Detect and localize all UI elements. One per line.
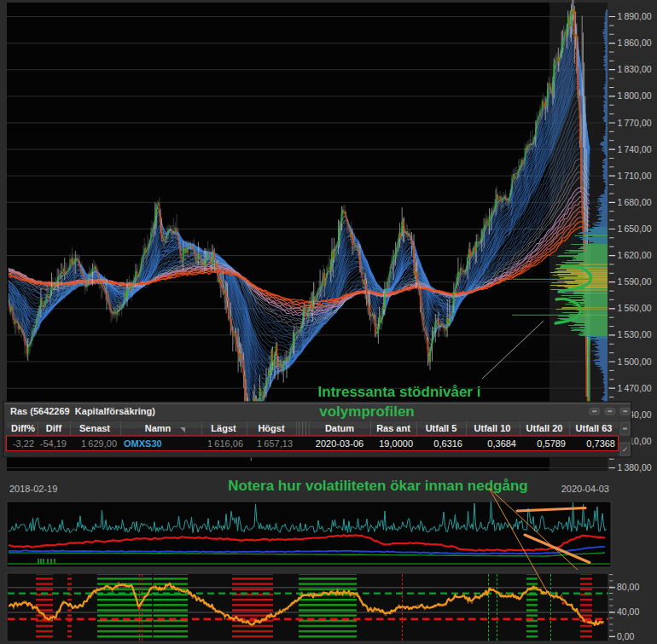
svg-text:Diff%: Diff% — [11, 423, 35, 433]
svg-text:-3,22: -3,22 — [13, 438, 34, 449]
svg-text:Högst: Högst — [258, 423, 285, 433]
svg-text:0,00: 0,00 — [617, 631, 635, 641]
svg-text:1 470,00: 1 470,00 — [618, 383, 652, 393]
svg-text:1 860,00: 1 860,00 — [618, 38, 652, 48]
svg-text:Namn: Namn — [145, 423, 172, 433]
svg-text:Utfall 5: Utfall 5 — [426, 423, 457, 433]
svg-text:2020-03-06: 2020-03-06 — [316, 438, 363, 449]
svg-text:Utfall 10: Utfall 10 — [474, 423, 511, 433]
svg-text:2020-04-03: 2020-04-03 — [561, 484, 609, 494]
svg-text:1 680,00: 1 680,00 — [618, 197, 652, 207]
svg-text:0,6316: 0,6316 — [433, 438, 462, 449]
svg-text:Datum: Datum — [325, 423, 354, 433]
svg-text:1 530,00: 1 530,00 — [618, 329, 652, 339]
svg-text:1 590,00: 1 590,00 — [618, 276, 652, 287]
svg-text:Utfall 63: Utfall 63 — [576, 423, 613, 433]
svg-text:Intressanta stödnivåer i: Intressanta stödnivåer i — [318, 384, 481, 400]
svg-text:1 380,00: 1 380,00 — [618, 462, 652, 473]
svg-text:✓: ✓ — [622, 445, 629, 454]
svg-text:Senast: Senast — [79, 423, 110, 433]
svg-text:2018-02-19: 2018-02-19 — [9, 484, 57, 494]
svg-text:1 890,00: 1 890,00 — [618, 11, 652, 21]
svg-text:Ras ant: Ras ant — [376, 423, 410, 433]
svg-text:0,5789: 0,5789 — [537, 438, 566, 449]
svg-text:1 657,13: 1 657,13 — [257, 438, 293, 449]
svg-text:1 710,00: 1 710,00 — [618, 171, 652, 181]
svg-text:1 650,00: 1 650,00 — [618, 223, 652, 234]
svg-text:Diff: Diff — [46, 423, 62, 433]
svg-text:1 800,00: 1 800,00 — [618, 90, 652, 101]
svg-text:1 620,00: 1 620,00 — [618, 250, 652, 260]
svg-text:1 740,00: 1 740,00 — [618, 144, 652, 154]
svg-text:Utfall 20: Utfall 20 — [526, 423, 563, 433]
svg-text:0,7368: 0,7368 — [586, 438, 615, 449]
svg-text:1 616,06: 1 616,06 — [207, 438, 243, 449]
svg-text:40,00: 40,00 — [617, 606, 639, 617]
svg-text:Ras (5642269 Kapitalförsäkrin: Ras (5642269 Kapitalförsäkring) — [10, 406, 155, 416]
svg-text:19,0000: 19,0000 — [379, 438, 413, 449]
svg-text:1 830,00: 1 830,00 — [618, 64, 652, 74]
svg-text:80,00: 80,00 — [617, 582, 639, 592]
svg-text:Notera hur volatiliteten ökar: Notera hur volatiliteten ökar innan nedg… — [228, 478, 527, 494]
svg-text:0,3684: 0,3684 — [487, 438, 516, 449]
svg-text:volymprofilen: volymprofilen — [319, 403, 414, 420]
svg-text:Lägst: Lägst — [211, 423, 236, 433]
svg-text:1 629,00: 1 629,00 — [81, 438, 117, 449]
svg-text:1 560,00: 1 560,00 — [618, 303, 652, 313]
svg-text:-54,19: -54,19 — [40, 438, 67, 449]
svg-text:OMXS30: OMXS30 — [124, 438, 162, 449]
svg-text:1 500,00: 1 500,00 — [618, 357, 652, 367]
svg-text:1 770,00: 1 770,00 — [618, 118, 652, 128]
